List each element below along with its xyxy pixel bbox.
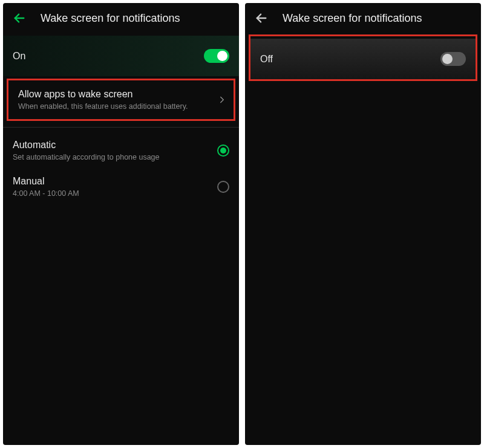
radio-subtitle: Set automatically according to phone usa…	[13, 153, 160, 161]
header: Wake screen for notifications	[3, 3, 239, 33]
radio-subtitle: 4:00 AM - 10:00 AM	[13, 189, 79, 198]
main-toggle-row[interactable]: On	[3, 36, 239, 76]
radio-button[interactable]	[217, 181, 229, 193]
chevron-right-icon	[217, 94, 227, 105]
radio-option-manual[interactable]: Manual 4:00 AM - 10:00 AM	[3, 169, 239, 205]
allow-apps-text: Allow apps to wake screen When enabled, …	[18, 89, 188, 111]
allow-apps-subtitle: When enabled, this feature uses addition…	[18, 102, 188, 111]
radio-button[interactable]	[217, 144, 229, 157]
switch-thumb	[442, 54, 453, 64]
main-toggle-row[interactable]: Off	[250, 39, 476, 79]
divider	[3, 127, 239, 128]
phone-screen-right: Wake screen for notifications Off	[245, 3, 481, 445]
main-toggle-switch[interactable]	[204, 49, 229, 63]
highlight-box: Allow apps to wake screen When enabled, …	[7, 79, 235, 121]
radio-text: Manual 4:00 AM - 10:00 AM	[13, 176, 79, 198]
back-arrow-icon[interactable]	[13, 11, 26, 25]
page-title: Wake screen for notifications	[41, 12, 180, 25]
radio-title: Manual	[13, 176, 79, 187]
header: Wake screen for notifications	[245, 3, 481, 33]
switch-thumb	[217, 51, 227, 61]
allow-apps-title: Allow apps to wake screen	[18, 89, 188, 100]
radio-selected-icon	[220, 148, 226, 154]
radio-title: Automatic	[13, 140, 160, 151]
highlight-box: Off	[249, 34, 477, 81]
main-toggle-label: Off	[260, 54, 273, 65]
main-toggle-switch[interactable]	[440, 52, 466, 66]
allow-apps-row[interactable]: Allow apps to wake screen When enabled, …	[8, 80, 234, 119]
phone-screen-left: Wake screen for notifications On Allow a…	[3, 3, 239, 445]
main-toggle-label: On	[13, 51, 25, 62]
back-arrow-icon[interactable]	[255, 11, 268, 25]
radio-text: Automatic Set automatically according to…	[13, 140, 160, 161]
radio-option-automatic[interactable]: Automatic Set automatically according to…	[3, 132, 239, 169]
page-title: Wake screen for notifications	[283, 12, 422, 25]
